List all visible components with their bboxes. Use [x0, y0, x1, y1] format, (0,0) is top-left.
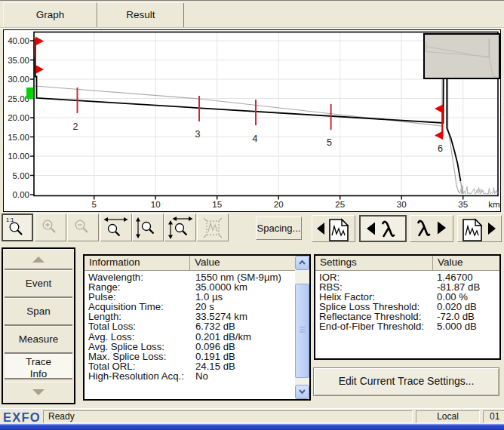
svg-text:5: 5 — [91, 200, 96, 209]
svg-text:35.00: 35.00 — [8, 56, 29, 65]
svg-text:30.00: 30.00 — [8, 75, 29, 84]
svg-text:3: 3 — [195, 129, 201, 140]
svg-text:40.00: 40.00 — [8, 36, 29, 45]
svg-text:2: 2 — [73, 121, 78, 132]
svg-text:25.00: 25.00 — [8, 94, 29, 103]
svg-text:6: 6 — [438, 143, 443, 154]
svg-text:20.00: 20.00 — [8, 113, 29, 122]
svg-text:5.00: 5.00 — [13, 171, 29, 180]
svg-text:1:1: 1:1 — [6, 217, 14, 223]
svg-text:0.00: 0.00 — [13, 190, 29, 199]
svg-text:km: km — [488, 200, 499, 209]
svg-text:30: 30 — [397, 200, 407, 209]
svg-text:5: 5 — [327, 137, 332, 148]
svg-text:35: 35 — [458, 200, 468, 209]
svg-text:15: 15 — [212, 200, 222, 209]
svg-text:4: 4 — [253, 134, 258, 144]
svg-text:25: 25 — [335, 200, 345, 209]
svg-text:10.00: 10.00 — [8, 152, 29, 161]
svg-text:10: 10 — [151, 200, 161, 209]
svg-text:20: 20 — [274, 200, 284, 209]
svg-text:15.00: 15.00 — [8, 133, 29, 142]
